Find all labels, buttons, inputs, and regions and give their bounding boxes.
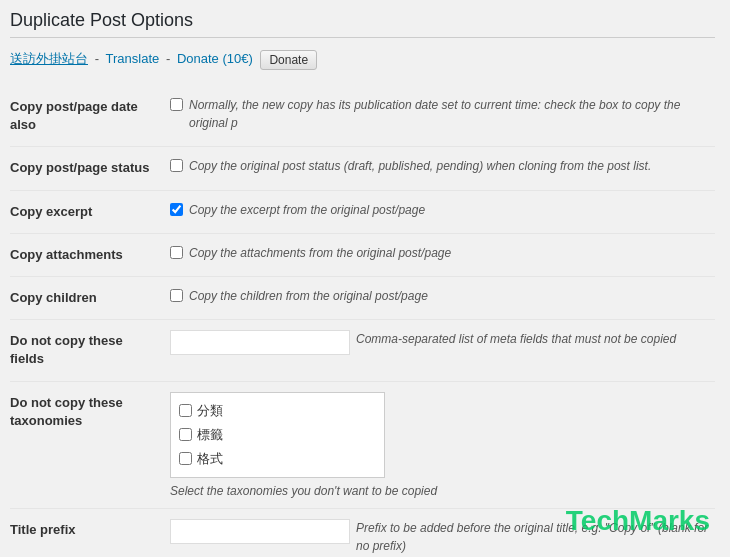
option-label: Copy attachments [10, 233, 170, 276]
option-control: 分類標籤格式Select the taxonomies you don't wa… [170, 381, 715, 508]
checkbox-control: Copy the attachments from the original p… [170, 244, 715, 262]
option-row: Do not copy these fieldsComma-separated … [10, 320, 715, 381]
option-control: Normally, the new copy has its publicati… [170, 86, 715, 147]
taxonomy-label: 標籤 [197, 426, 223, 444]
option-checkbox[interactable] [170, 203, 183, 216]
option-row: Copy attachmentsCopy the attachments fro… [10, 233, 715, 276]
option-row: Copy childrenCopy the children from the … [10, 276, 715, 319]
option-checkbox[interactable] [170, 289, 183, 302]
text-field[interactable] [170, 519, 350, 544]
taxonomy-item: 分類 [179, 399, 376, 423]
taxonomy-description: Select the taxonomies you don't want to … [170, 484, 715, 498]
option-checkbox[interactable] [170, 98, 183, 111]
option-description: Prefix to be added before the original t… [356, 519, 715, 555]
chinese-site-link[interactable]: 送訪外掛站台 [10, 51, 88, 66]
option-row: Copy post/page statusCopy the original p… [10, 147, 715, 190]
taxonomy-item: 格式 [179, 447, 376, 471]
taxonomy-checkbox[interactable] [179, 404, 192, 417]
option-row: Do not copy these taxonomies分類標籤格式Select… [10, 381, 715, 508]
option-description: Copy the excerpt from the original post/… [189, 201, 425, 219]
option-control: Copy the children from the original post… [170, 276, 715, 319]
option-control: Copy the excerpt from the original post/… [170, 190, 715, 233]
links-bar: 送訪外掛站台 - Translate - Donate (10€) Donate [10, 50, 715, 70]
option-description: Comma-separated list of meta fields that… [356, 330, 676, 348]
text-field[interactable] [170, 330, 350, 355]
option-label: Do not copy these fields [10, 320, 170, 381]
page-wrapper: Duplicate Post Options 送訪外掛站台 - Translat… [0, 0, 730, 557]
option-row: Copy excerptCopy the excerpt from the or… [10, 190, 715, 233]
option-control: Copy the attachments from the original p… [170, 233, 715, 276]
text-input-control: Prefix to be added before the original t… [170, 519, 715, 555]
option-control: Copy the original post status (draft, pu… [170, 147, 715, 190]
checkbox-control: Normally, the new copy has its publicati… [170, 96, 715, 132]
option-label: Do not copy these taxonomies [10, 381, 170, 508]
option-label: Title prefix [10, 508, 170, 557]
text-input-control: Comma-separated list of meta fields that… [170, 330, 715, 355]
taxonomy-checkbox[interactable] [179, 452, 192, 465]
option-control: Comma-separated list of meta fields that… [170, 320, 715, 381]
option-label: Copy post/page date also [10, 86, 170, 147]
taxonomy-label: 分類 [197, 402, 223, 420]
translate-link[interactable]: Translate [106, 51, 160, 66]
checkbox-control: Copy the original post status (draft, pu… [170, 157, 715, 175]
option-control: Prefix to be added before the original t… [170, 508, 715, 557]
page-title: Duplicate Post Options [10, 10, 715, 38]
checkbox-control: Copy the excerpt from the original post/… [170, 201, 715, 219]
taxonomy-item: 標籤 [179, 423, 376, 447]
option-description: Normally, the new copy has its publicati… [189, 96, 715, 132]
option-checkbox[interactable] [170, 246, 183, 259]
sep2: - [166, 51, 174, 66]
option-label: Copy excerpt [10, 190, 170, 233]
option-label: Copy children [10, 276, 170, 319]
sep1: - [95, 51, 103, 66]
option-description: Copy the children from the original post… [189, 287, 428, 305]
option-description: Copy the original post status (draft, pu… [189, 157, 651, 175]
option-checkbox[interactable] [170, 159, 183, 172]
taxonomies-box: 分類標籤格式 [170, 392, 385, 478]
taxonomy-label: 格式 [197, 450, 223, 468]
checkbox-control: Copy the children from the original post… [170, 287, 715, 305]
donate-link[interactable]: Donate (10€) [177, 51, 253, 66]
taxonomy-checkbox[interactable] [179, 428, 192, 441]
donate-button[interactable]: Donate [260, 50, 317, 70]
option-description: Copy the attachments from the original p… [189, 244, 451, 262]
option-row: Title prefixPrefix to be added before th… [10, 508, 715, 557]
options-table: Copy post/page date alsoNormally, the ne… [10, 86, 715, 557]
option-row: Copy post/page date alsoNormally, the ne… [10, 86, 715, 147]
option-label: Copy post/page status [10, 147, 170, 190]
